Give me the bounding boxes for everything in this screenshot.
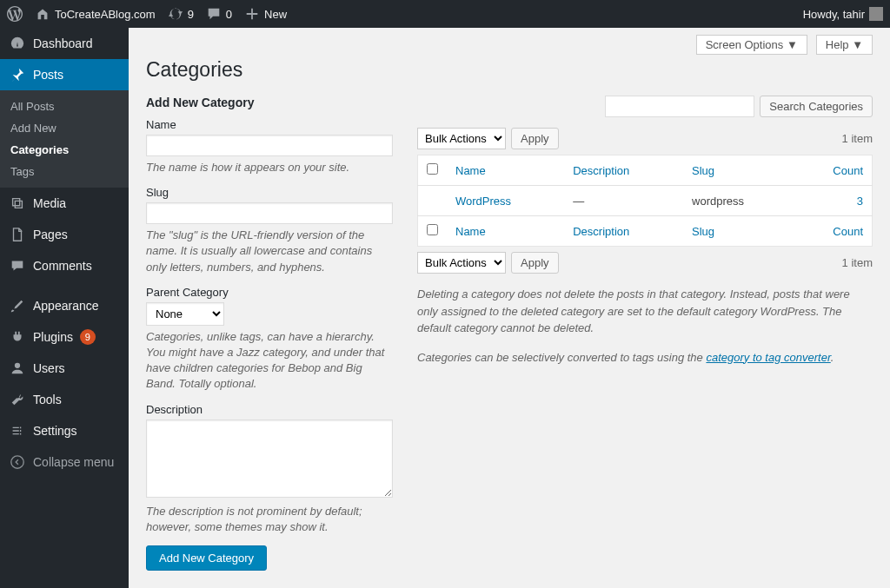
menu-label: Users (33, 361, 65, 375)
slug-input[interactable] (146, 202, 393, 224)
menu-label: Plugins (33, 330, 73, 344)
menu-comments[interactable]: Comments (0, 250, 129, 281)
convert-note-pre: Categories can be selectively converted … (417, 351, 706, 364)
category-converter-link[interactable]: category to tag converter (706, 351, 830, 364)
menu-dashboard[interactable]: Dashboard (0, 28, 129, 59)
row-count-link[interactable]: 3 (857, 195, 863, 208)
comments-count: 0 (226, 8, 232, 21)
name-label: Name (146, 118, 393, 131)
sub-tags[interactable]: Tags (0, 161, 129, 182)
select-all-bottom[interactable] (427, 224, 438, 235)
categories-list-panel: Search Categories Bulk Actions Apply 1 i… (417, 96, 873, 571)
page-icon (9, 226, 26, 243)
comment-icon (206, 6, 222, 22)
menu-tools[interactable]: Tools (0, 384, 129, 415)
svg-point-0 (11, 456, 23, 468)
bulk-actions-bottom[interactable]: Bulk Actions (417, 252, 506, 274)
add-category-button[interactable]: Add New Category (146, 545, 267, 571)
item-count-bottom: 1 item (842, 256, 873, 269)
form-title: Add New Category (146, 96, 393, 109)
row-name-link[interactable]: WordPress (455, 195, 511, 208)
slug-label: Slug (146, 186, 393, 199)
table-row: WordPress — wordpress 3 (418, 186, 873, 216)
parent-label: Parent Category (146, 286, 393, 299)
menu-users[interactable]: Users (0, 353, 129, 384)
col-count-foot[interactable]: Count (795, 216, 873, 247)
home-icon (35, 6, 50, 22)
delete-note: Deleting a category does not delete the … (417, 286, 873, 337)
sub-add-new[interactable]: Add New (0, 117, 129, 139)
site-name: ToCreateABlog.com (55, 8, 156, 21)
desc-label: Description (146, 403, 393, 416)
search-input[interactable] (605, 96, 754, 117)
new-label: New (264, 8, 287, 21)
comment-icon (9, 257, 26, 274)
parent-help: Categories, unlike tags, can have a hier… (146, 329, 393, 393)
screen-options-button[interactable]: Screen Options ▼ (696, 35, 807, 55)
collapse-icon (9, 453, 26, 471)
item-count-top: 1 item (842, 132, 873, 145)
menu-label: Dashboard (33, 36, 93, 50)
site-link[interactable]: ToCreateABlog.com (35, 6, 156, 22)
help-label: Help (826, 38, 849, 51)
search-button[interactable]: Search Categories (760, 96, 873, 117)
categories-table: Name Description Slug Count WordPress — … (417, 155, 873, 247)
update-icon (168, 6, 183, 22)
apply-top-button[interactable]: Apply (511, 128, 559, 149)
media-icon (9, 195, 26, 212)
desc-help: The description is not prominent by defa… (146, 504, 393, 535)
admin-sidebar: Dashboard Posts All Posts Add New Catego… (0, 28, 129, 588)
parent-select[interactable]: None (146, 302, 224, 326)
select-all-top[interactable] (427, 163, 438, 175)
name-input[interactable] (146, 135, 393, 156)
sub-categories[interactable]: Categories (0, 139, 129, 161)
new-link[interactable]: New (244, 6, 287, 22)
menu-posts[interactable]: Posts (0, 59, 129, 90)
menu-pages[interactable]: Pages (0, 219, 129, 250)
user-icon (9, 360, 26, 377)
dashboard-icon (9, 35, 26, 52)
row-description: — (564, 186, 683, 216)
menu-settings[interactable]: Settings (0, 415, 129, 446)
avatar (869, 7, 883, 21)
main-content: Screen Options ▼ Help ▼ Categories Add N… (129, 28, 890, 588)
desc-textarea[interactable] (146, 420, 393, 498)
menu-plugins[interactable]: Plugins 9 (0, 321, 129, 353)
wrench-icon (9, 391, 26, 408)
submenu-posts: All Posts Add New Categories Tags (0, 90, 129, 188)
menu-appearance[interactable]: Appearance (0, 290, 129, 321)
wordpress-icon (7, 6, 23, 22)
wp-logo[interactable] (7, 6, 23, 22)
sub-all-posts[interactable]: All Posts (0, 96, 129, 117)
name-help: The name is how it appears on your site. (146, 160, 393, 175)
plug-icon (9, 328, 26, 346)
updates-count: 9 (188, 8, 194, 21)
col-description[interactable]: Description (564, 155, 683, 186)
admin-bar: ToCreateABlog.com 9 0 New Howdy, tahir (0, 0, 890, 28)
menu-media[interactable]: Media (0, 188, 129, 219)
comments-link[interactable]: 0 (206, 6, 232, 22)
settings-icon (9, 422, 26, 439)
convert-note-post: . (831, 351, 834, 364)
collapse-menu[interactable]: Collapse menu (0, 446, 129, 478)
col-slug[interactable]: Slug (683, 155, 795, 186)
apply-bottom-button[interactable]: Apply (511, 252, 559, 274)
menu-label: Collapse menu (33, 455, 114, 469)
menu-label: Media (33, 196, 66, 210)
menu-label: Comments (33, 259, 92, 273)
menu-label: Appearance (33, 299, 99, 313)
screen-options-label: Screen Options (706, 38, 784, 51)
col-name-foot[interactable]: Name (447, 216, 564, 247)
col-description-foot[interactable]: Description (564, 216, 683, 247)
col-slug-foot[interactable]: Slug (683, 216, 795, 247)
greeting-text: Howdy, tahir (803, 8, 865, 21)
help-button[interactable]: Help ▼ (816, 35, 873, 55)
user-greeting[interactable]: Howdy, tahir (803, 7, 883, 21)
updates-link[interactable]: 9 (168, 6, 194, 22)
menu-label: Settings (33, 424, 77, 438)
col-count[interactable]: Count (795, 155, 873, 186)
col-name[interactable]: Name (447, 155, 564, 186)
bulk-actions-top[interactable]: Bulk Actions (417, 128, 506, 149)
menu-label: Posts (33, 68, 63, 82)
add-category-form: Add New Category Name The name is how it… (146, 96, 393, 571)
